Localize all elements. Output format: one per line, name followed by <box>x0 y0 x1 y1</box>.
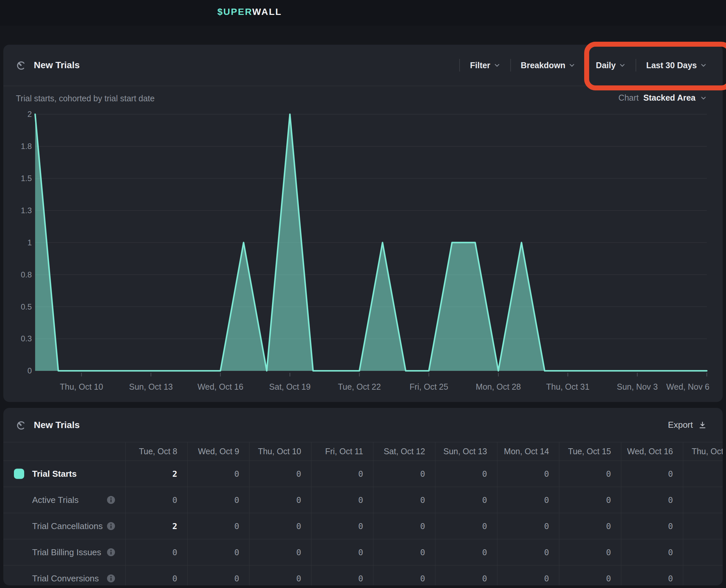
table-cell: 0 <box>126 487 187 513</box>
table-cell: 0 <box>249 539 311 565</box>
table-cell: 0 <box>249 566 311 585</box>
table-cell: 0 <box>497 539 559 565</box>
y-axis-tick-label: 0 <box>27 366 32 375</box>
table-cell <box>683 513 723 539</box>
row-label-cell: Trial Conversions <box>3 566 126 585</box>
chevron-down-icon <box>700 95 707 101</box>
table-card-header: New Trials Export <box>3 408 723 442</box>
info-icon[interactable] <box>107 574 115 583</box>
x-axis-tick-label: Wed, Nov 6 <box>666 382 709 391</box>
table-header-cell: Wed, Oct 9 <box>187 442 249 461</box>
y-axis-tick-label: 1.8 <box>21 142 32 151</box>
table-corner-cell <box>3 442 126 461</box>
table-cell: 0 <box>311 461 374 487</box>
info-icon[interactable] <box>107 522 115 530</box>
toolbar-divider <box>459 59 460 71</box>
legend-swatch <box>14 469 24 479</box>
table-row: Active Trials000000000 <box>3 487 723 513</box>
top-bar: $UPERWALL <box>0 0 726 26</box>
brand-logo-secondary: WALL <box>252 7 282 17</box>
table-cell <box>683 539 723 565</box>
table-cell <box>683 487 723 513</box>
row-label: Trial Billing Issues <box>32 547 101 558</box>
filter-button[interactable]: Filter <box>470 61 500 70</box>
y-axis-tick-label: 0.5 <box>21 302 32 311</box>
row-label-cell: Trial Billing Issues <box>3 539 126 565</box>
table-cell: 0 <box>621 539 683 565</box>
info-icon[interactable] <box>107 548 115 556</box>
x-axis-tick-label: Wed, Oct 16 <box>198 382 244 391</box>
x-axis-tick-label: Tue, Oct 22 <box>338 382 381 391</box>
x-axis-tick-label: Sun, Oct 13 <box>129 382 173 391</box>
table-cell: 0 <box>436 566 497 585</box>
download-icon <box>698 421 707 429</box>
row-label: Active Trials <box>32 495 79 505</box>
breakdown-button-label: Breakdown <box>521 61 566 70</box>
table-cell: 0 <box>187 461 249 487</box>
export-button[interactable]: Export <box>668 420 723 430</box>
table-header-cell: Fri, Oct 11 <box>311 442 374 461</box>
breakdown-button[interactable]: Breakdown <box>521 61 576 70</box>
toolbar-divider <box>585 59 586 71</box>
table-row: Trial Billing Issues000000000 <box>3 539 723 565</box>
row-label-cell: Trial Cancellations <box>3 513 126 539</box>
table-cell: 0 <box>559 461 621 487</box>
table-row: Trial Starts200000000 <box>3 461 723 487</box>
y-axis-tick-label: 1 <box>27 238 32 247</box>
table-header-cell: Sat, Oct 12 <box>374 442 436 461</box>
chart-type-label: Chart <box>618 93 639 103</box>
chart-subtitle: Trial starts, cohorted by trial start da… <box>16 94 155 103</box>
table-cell: 0 <box>621 566 683 585</box>
table-cell: 0 <box>249 487 311 513</box>
table-cell: 2 <box>126 513 187 539</box>
granularity-button[interactable]: Daily <box>596 61 626 70</box>
new-trials-table: Tue, Oct 8Wed, Oct 9Thu, Oct 10Fri, Oct … <box>3 442 723 585</box>
new-trials-table-card: New Trials Export Tue, Oct 8Wed, Oct 9Th… <box>3 408 723 585</box>
brand-logo: $UPERWALL <box>217 7 282 17</box>
table-header-cell: Thu, Oct 10 <box>249 442 311 461</box>
x-axis-tick-label: Mon, Oct 28 <box>476 382 521 391</box>
table-cell: 0 <box>559 539 621 565</box>
table-cell: 0 <box>621 487 683 513</box>
y-axis-tick-label: 2 <box>27 110 32 119</box>
table-cell: 0 <box>311 539 374 565</box>
table-header-cell: Tue, Oct 8 <box>126 442 187 461</box>
table-cell: 0 <box>559 487 621 513</box>
x-axis-tick-label: Fri, Oct 25 <box>409 382 448 391</box>
export-button-label: Export <box>668 420 693 430</box>
row-label: Trial Starts <box>32 469 77 479</box>
table-cell: 0 <box>436 461 497 487</box>
table-cell: 0 <box>187 487 249 513</box>
chart-type-selector[interactable]: Chart Stacked Area <box>618 93 707 103</box>
table-cell: 0 <box>497 461 559 487</box>
brand-logo-primary: $UPER <box>217 7 252 17</box>
granularity-button-label: Daily <box>596 61 616 70</box>
chevron-down-icon <box>700 62 707 68</box>
table-cell: 0 <box>559 513 621 539</box>
new-trials-chart-card: 21.81.51.310.80.50.30Thu, Oct 10Sun, Oct… <box>3 45 723 402</box>
table-cell: 0 <box>249 461 311 487</box>
row-label: Trial Conversions <box>32 573 99 584</box>
filter-button-label: Filter <box>470 61 490 70</box>
chevron-down-icon <box>494 62 500 68</box>
table-cell: 0 <box>621 461 683 487</box>
table-row: Trial Cancellations200000000 <box>3 513 723 539</box>
table-header-row: Tue, Oct 8Wed, Oct 9Thu, Oct 10Fri, Oct … <box>3 442 723 461</box>
date-range-button[interactable]: Last 30 Days <box>646 61 707 70</box>
table-cell: 0 <box>126 539 187 565</box>
chart-toolbar: Filter Breakdown Daily Last 30 Days <box>449 59 723 71</box>
timer-icon <box>16 60 26 70</box>
table-header-cell: Sun, Oct 13 <box>436 442 497 461</box>
table-cell: 0 <box>187 566 249 585</box>
table-cell <box>683 461 723 487</box>
toolbar-divider <box>636 59 636 71</box>
table-card-title: New Trials <box>34 420 80 430</box>
table-cell: 2 <box>126 461 187 487</box>
table-cell: 0 <box>187 539 249 565</box>
date-range-button-label: Last 30 Days <box>646 61 697 70</box>
table-cell: 0 <box>311 513 374 539</box>
info-icon[interactable] <box>107 496 115 504</box>
table-cell: 0 <box>249 513 311 539</box>
chevron-down-icon <box>569 62 575 68</box>
chevron-down-icon <box>619 62 626 68</box>
